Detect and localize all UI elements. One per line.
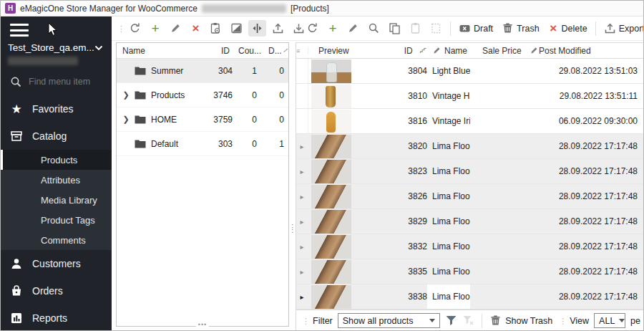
refresh-categories-button[interactable]: [126, 20, 144, 37]
search-products-button[interactable]: [365, 20, 383, 37]
category-row[interactable]: Summer 304 1 0: [117, 59, 288, 83]
trash-button[interactable]: Trash: [499, 20, 542, 37]
expand-chevron-icon[interactable]: ❯: [122, 90, 130, 100]
row-expander[interactable]: ▸: [296, 184, 308, 208]
split-view-button[interactable]: [248, 20, 266, 37]
table-row[interactable]: ▸ 3835 Lima Flooring Scotia - TA4010 28.…: [296, 259, 643, 284]
export-categories-button[interactable]: [269, 20, 287, 37]
toolbar-drag-handle[interactable]: ⋮: [559, 320, 562, 322]
redacted-store-subtitle: [8, 57, 78, 65]
export-button[interactable]: Export: [601, 20, 643, 37]
sidebar-item-favorites[interactable]: ★ Favorites: [1, 95, 112, 123]
menu-search-input[interactable]: [29, 77, 104, 87]
product-name[interactable]: Vintage Hand-Thrown Pottery Vase: [427, 84, 470, 108]
clear-filter-button[interactable]: [462, 315, 474, 327]
col-post-modified[interactable]: Post Modified: [539, 46, 643, 56]
col-preview[interactable]: Preview: [308, 46, 364, 56]
product-name[interactable]: Light Blue Bubble Glass Vase Signed: [427, 59, 470, 83]
table-row[interactable]: ▸ 3838 Lima Flooring Scotia - TA4009 28.…: [296, 284, 643, 310]
export-icon: [604, 22, 616, 34]
table-row[interactable]: 3804 Light Blue Bubble Glass Vase Signed…: [296, 59, 643, 84]
paste-icon: [409, 22, 421, 34]
filter-label: Filter: [313, 316, 333, 326]
product-name[interactable]: Vintage Iridescent Orange Glass Ca: [427, 109, 470, 133]
paste-product-button[interactable]: [406, 20, 424, 37]
category-row[interactable]: Default 303 0 1: [117, 132, 288, 156]
product-name[interactable]: Lima Flooring T-Section - TA3004: [427, 209, 470, 234]
trash-icon: [502, 22, 514, 34]
tree-col-name[interactable]: Name: [117, 46, 197, 56]
product-name[interactable]: Lima Flooring Scotia - TA4005: [427, 234, 470, 259]
toolbar-drag-handle[interactable]: ⋮: [117, 27, 120, 30]
product-name[interactable]: Lima Flooring Ramp Section - TA201: [427, 184, 470, 208]
tree-col-count[interactable]: Cou...: [230, 46, 264, 56]
product-id: 3832: [364, 234, 427, 259]
preview-clipboard-button[interactable]: [207, 20, 225, 37]
store-selector[interactable]: Test_Store_qa.em...: [1, 39, 112, 53]
row-expander[interactable]: [296, 109, 308, 133]
row-expander[interactable]: ▸: [296, 259, 308, 284]
product-name[interactable]: Lima Flooring Ramp Section - TA200: [427, 134, 470, 158]
table-row[interactable]: ▸ 3820 Lima Flooring Ramp Section - TA20…: [296, 134, 643, 159]
paste-special-button[interactable]: [427, 20, 445, 37]
row-expander[interactable]: ▸: [296, 159, 308, 183]
row-expander[interactable]: [296, 84, 308, 108]
tree-col-d[interactable]: D...: [264, 46, 288, 56]
category-count: 0: [233, 115, 267, 125]
col-id[interactable]: ID: [364, 46, 427, 56]
col-name[interactable]: Name: [427, 46, 470, 56]
sidebar-item-comments[interactable]: Comments: [1, 230, 112, 250]
product-name[interactable]: Lima Flooring Scotia - TA4010: [427, 259, 470, 284]
table-row[interactable]: ▸ 3829 Lima Flooring T-Section - TA3004 …: [296, 209, 643, 234]
toolbar-drag-handle[interactable]: ⋮: [302, 320, 305, 322]
tree-col-id[interactable]: ID: [197, 46, 230, 56]
sidebar-item-media-library[interactable]: Media Library: [1, 190, 112, 210]
product-sale-price: [470, 84, 539, 108]
add-category-button[interactable]: +: [147, 21, 164, 36]
panel-splitter[interactable]: ⁚⁚: [289, 41, 296, 331]
expand-chevron-icon[interactable]: ❯: [122, 115, 130, 124]
panel-resize-grip[interactable]: •••: [196, 322, 209, 327]
delete-category-button[interactable]: ×: [187, 21, 204, 36]
category-row[interactable]: ❯ HOME 3759 0 0: [117, 107, 288, 132]
row-expander[interactable]: ▸: [296, 134, 308, 158]
toolbar-drag-handle[interactable]: ⋮: [295, 27, 298, 30]
row-expander[interactable]: ▸: [296, 234, 308, 259]
sidebar-item-customers[interactable]: Customers: [1, 250, 112, 277]
delete-button[interactable]: ×Delete: [545, 21, 590, 36]
filter-select[interactable]: Show all products: [338, 313, 440, 328]
col-sale-price[interactable]: Sale Price: [470, 46, 539, 56]
table-row[interactable]: ▸ 3823 Lima Flooring Ramp Section - TA20…: [296, 159, 643, 184]
table-row[interactable]: ▸ 3832 Lima Flooring Scotia - TA4005 28.…: [296, 234, 643, 259]
sidebar-search[interactable]: [1, 71, 112, 95]
image-button[interactable]: [228, 20, 245, 37]
view-select[interactable]: ALL: [594, 313, 625, 328]
row-expander[interactable]: ▸: [296, 209, 308, 234]
menu-toggle-button[interactable]: [10, 24, 29, 37]
table-row[interactable]: 3816 Vintage Iridescent Orange Glass Ca …: [296, 109, 643, 134]
edit-category-button[interactable]: [167, 20, 185, 37]
row-expander[interactable]: ▸: [296, 284, 308, 309]
row-expander[interactable]: [296, 59, 308, 83]
table-row[interactable]: ▸ 3826 Lima Flooring Ramp Section - TA20…: [296, 184, 643, 209]
sidebar-item-products[interactable]: Products: [1, 150, 112, 170]
sidebar-item-reports[interactable]: Reports: [1, 304, 112, 331]
show-trash-button[interactable]: Show Trash: [489, 315, 552, 327]
category-row[interactable]: ❯ Products 3746 0 0: [117, 83, 288, 107]
category-id: 304: [200, 66, 233, 76]
sidebar-item-catalog[interactable]: Catalog: [1, 123, 112, 150]
product-name[interactable]: Lima Flooring Scotia - TA4009: [427, 284, 470, 309]
edit-product-button[interactable]: [344, 20, 362, 37]
refresh-products-button[interactable]: [303, 20, 321, 37]
sidebar-item-orders[interactable]: Orders: [1, 277, 112, 304]
copy-product-button[interactable]: [386, 20, 404, 37]
product-name[interactable]: Lima Flooring Ramp Section - TA201: [427, 159, 470, 183]
pencil-icon: [530, 46, 539, 55]
apply-filter-button[interactable]: [445, 315, 457, 327]
sidebar-item-attributes[interactable]: Attributes: [1, 170, 112, 190]
table-row[interactable]: 3810 Vintage Hand-Thrown Pottery Vase 29…: [296, 84, 643, 109]
sidebar-item-product-tags[interactable]: Product Tags: [1, 210, 112, 230]
add-product-button[interactable]: +: [324, 21, 341, 36]
draft-button[interactable]: Draft: [456, 20, 496, 37]
product-thumbnail: [311, 85, 351, 108]
